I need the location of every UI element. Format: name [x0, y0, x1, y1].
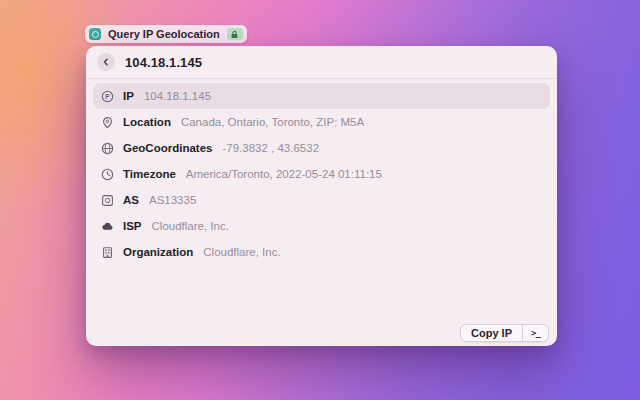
list-item-organization[interactable]: Organization Cloudflare, Inc. [93, 239, 550, 265]
command-title: Query IP Geolocation [106, 28, 222, 40]
row-value: 104.18.1.145 [144, 90, 211, 102]
row-value: -79.3832 , 43.6532 [222, 142, 319, 154]
extension-icon [89, 28, 101, 40]
row-label: IP [123, 90, 134, 102]
ip-circle-icon: P [101, 90, 114, 103]
clock-icon [101, 168, 114, 181]
copy-ip-button[interactable]: Copy IP [461, 325, 522, 341]
map-pin-icon [101, 116, 114, 129]
list-item-isp[interactable]: ISP Cloudflare, Inc. [93, 213, 550, 239]
list-item-timezone[interactable]: Timezone America/Toronto, 2022-05-24 01:… [93, 161, 550, 187]
list-item-location[interactable]: Location Canada, Ontario, Toronto, ZIP: … [93, 109, 550, 135]
cloud-icon [101, 220, 114, 233]
row-value: Canada, Ontario, Toronto, ZIP: M5A [181, 116, 364, 128]
ip-geolocation-window: 104.18.1.145 P IP 104.18.1.145 [86, 46, 557, 346]
terminal-icon[interactable]: >_ [523, 325, 548, 341]
svg-text:P: P [105, 93, 110, 100]
query-title: 104.18.1.145 [125, 55, 202, 70]
row-value: America/Toronto, 2022-05-24 01:11:15 [186, 168, 382, 180]
row-label: Location [123, 116, 171, 128]
row-label: GeoCoordinates [123, 142, 212, 154]
row-label: Organization [123, 246, 193, 258]
row-value: AS13335 [149, 194, 196, 206]
as-number-icon [101, 194, 114, 207]
desktop: Query IP Geolocation 104.18.1.145 [0, 0, 640, 400]
footer-action-group: Copy IP >_ [460, 324, 549, 342]
list-item-as[interactable]: AS AS13335 [93, 187, 550, 213]
window-header: 104.18.1.145 [86, 46, 557, 79]
result-list: P IP 104.18.1.145 Location Canada, Ontar… [86, 79, 557, 269]
row-value: Cloudflare, Inc. [203, 246, 280, 258]
chevron-left-icon [101, 57, 111, 67]
command-pill[interactable]: Query IP Geolocation [85, 25, 247, 43]
globe-icon [101, 142, 114, 155]
list-item-geocoordinates[interactable]: GeoCoordinates -79.3832 , 43.6532 [93, 135, 550, 161]
row-label: ISP [123, 220, 142, 232]
list-item-ip[interactable]: P IP 104.18.1.145 [93, 83, 550, 109]
row-label: Timezone [123, 168, 176, 180]
row-value: Cloudflare, Inc. [152, 220, 229, 232]
row-label: AS [123, 194, 139, 206]
back-button[interactable] [97, 53, 115, 71]
lock-icon [227, 28, 243, 40]
building-icon [101, 246, 114, 259]
